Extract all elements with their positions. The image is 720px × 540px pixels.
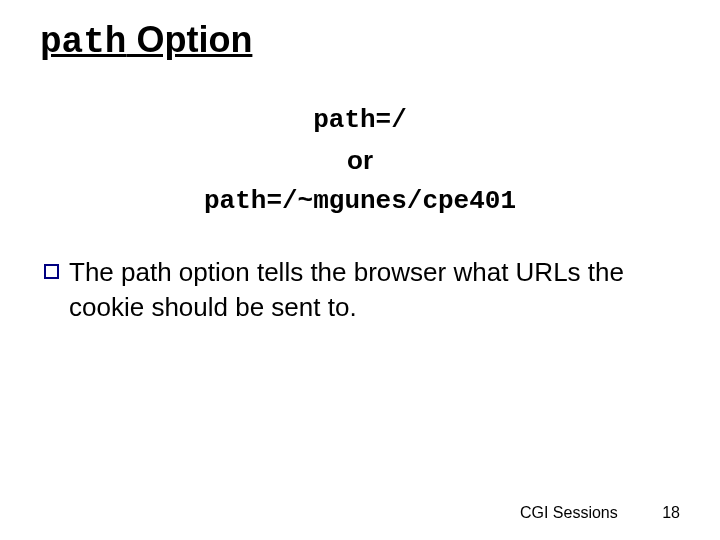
code-or: or bbox=[40, 140, 680, 180]
title-rest: Option bbox=[126, 19, 252, 60]
slide-title: path Option bbox=[40, 18, 680, 64]
slide: path Option path=/ or path=/~mgunes/cpe4… bbox=[0, 0, 720, 540]
square-bullet-icon bbox=[44, 264, 59, 279]
title-code: path bbox=[40, 22, 126, 63]
bullet-item: The path option tells the browser what U… bbox=[44, 255, 680, 325]
code-example: path=/ or path=/~mgunes/cpe401 bbox=[40, 100, 680, 221]
code-line-1: path=/ bbox=[40, 100, 680, 140]
footer-label: CGI Sessions bbox=[520, 504, 618, 521]
code-line-2: path=/~mgunes/cpe401 bbox=[40, 181, 680, 221]
slide-footer: CGI Sessions 18 bbox=[520, 504, 680, 522]
bullet-text: The path option tells the browser what U… bbox=[69, 255, 680, 325]
page-number: 18 bbox=[662, 504, 680, 521]
